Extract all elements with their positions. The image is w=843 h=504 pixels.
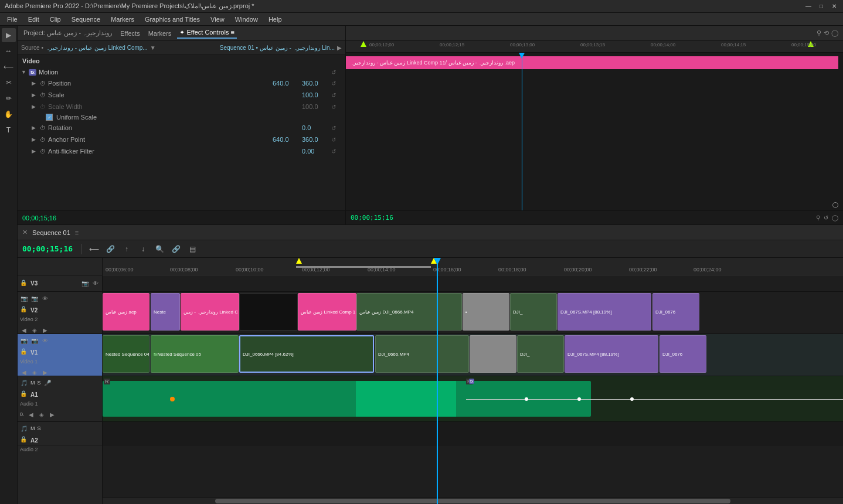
ec-timecode-value[interactable]: 00;00;15;16 <box>22 214 56 222</box>
v2-eye-icon[interactable]: 👁 <box>41 294 49 302</box>
v3-track-row[interactable] <box>103 275 843 292</box>
v2-camera2-icon[interactable]: 📷 <box>30 294 39 302</box>
v2-clip-dji5[interactable]: DJI_0676 <box>652 293 699 331</box>
v1-track-row[interactable]: Nested Sequence 04 fx Nested Sequence 05… <box>103 334 843 376</box>
v1-camera2-icon[interactable]: 📷 <box>30 336 39 345</box>
menu-view[interactable]: View <box>206 15 229 24</box>
timeline-scrollbar[interactable] <box>103 497 843 504</box>
tab-effect-controls[interactable]: ✦ Effect Controls ≡ <box>177 28 237 39</box>
a1-next-btn[interactable]: ▶ <box>48 410 56 418</box>
a1-track-row[interactable]: R R fx <box>103 376 843 422</box>
a2-wave-icon[interactable]: 🎵 <box>20 424 28 433</box>
v1-clip-dji-selected[interactable]: DJI_0666.MP4 [84.62%] <box>239 335 374 373</box>
menu-file[interactable]: File <box>2 15 22 24</box>
menu-graphics-titles[interactable]: Graphics and Titles <box>140 15 205 24</box>
v3-lock-btn[interactable]: 🔒 <box>20 280 28 288</box>
a1-add-btn[interactable]: ◈ <box>38 410 46 418</box>
timeline-scroll-thumb[interactable] <box>215 499 730 503</box>
menu-help[interactable]: Help <box>264 15 287 24</box>
v2-track-row[interactable]: زمین عباس.aep Neste روندارجیرہ - زمین Li… <box>103 292 843 334</box>
v1-clip-gray[interactable] <box>470 335 516 373</box>
v3-camera-icon[interactable]: 📷 <box>81 280 89 288</box>
a1-lock-btn[interactable]: 🔒 <box>20 390 28 399</box>
tab-effects[interactable]: Effects <box>118 29 142 38</box>
v2-clip-pink-linked[interactable]: روندارجیرہ - زمین Linked C <box>181 293 239 331</box>
anchor-point-chevron[interactable]: ▶ <box>32 137 40 142</box>
rotation-chevron[interactable]: ▶ <box>32 125 40 131</box>
ripple-edit-btn[interactable]: ⟵ <box>87 243 100 256</box>
sequence-close-btn[interactable]: ✕ <box>22 229 28 236</box>
maximize-button[interactable]: □ <box>817 2 825 11</box>
v1-clip-dji-3[interactable]: DJI_ <box>517 335 564 373</box>
v2-camera-icon[interactable]: 📷 <box>20 294 28 302</box>
a1-wave-icon[interactable]: 🎵 <box>20 379 28 387</box>
scale-value[interactable]: 100.0 <box>302 91 331 98</box>
scale-width-reset[interactable]: ↺ <box>331 104 341 110</box>
v2-clip-dji2[interactable]: ▪ <box>463 293 509 331</box>
v1-clip-dji-5[interactable]: DJI_0676 <box>660 335 706 373</box>
hand-tool[interactable]: ✋ <box>2 107 16 121</box>
menu-markers[interactable]: Markers <box>106 15 139 24</box>
scale-chevron[interactable]: ▶ <box>32 92 40 98</box>
v2-clip-dji3[interactable]: DJI_ <box>510 293 557 331</box>
motion-group-header[interactable]: ▼ fx Motion ↺ <box>18 67 345 77</box>
v1-add-btn[interactable]: ◈ <box>30 368 39 376</box>
anti-flicker-value[interactable]: 0.00 <box>302 148 331 155</box>
anti-flicker-reset[interactable]: ↺ <box>331 148 341 155</box>
razor-tool[interactable]: ✂ <box>2 76 16 90</box>
close-button[interactable]: ✕ <box>830 2 838 11</box>
lift-btn[interactable]: ↑ <box>120 243 133 256</box>
v2-next-btn[interactable]: ▶ <box>41 326 49 334</box>
ec-filter-icon[interactable]: ⚲ <box>816 214 820 221</box>
linked-btn[interactable]: 🔗 <box>169 243 182 256</box>
v1-clip-dji-4[interactable]: DJI_067S.MP4 [88.19%] <box>565 335 658 373</box>
scale-width-chevron[interactable]: ▶ <box>32 104 40 110</box>
v2-clip-black[interactable] <box>239 293 298 331</box>
snap-btn[interactable]: 🔍 <box>153 243 166 256</box>
minimize-button[interactable]: — <box>804 2 813 11</box>
tab-project[interactable]: Project: روندارجیرہ - زمین عباس <box>21 28 114 38</box>
v1-camera-icon[interactable]: 📷 <box>20 336 28 345</box>
source-dropdown-arrow[interactable]: ▼ <box>150 45 156 51</box>
timeline-tracks-area[interactable]: 00;00;06;00 00;00;08;00 00;00;10;00 00;0… <box>103 258 843 504</box>
v2-clip-dji1[interactable]: زمین عباس DJI_0666.MP4 <box>356 293 462 331</box>
v2-add-btn[interactable]: ◈ <box>30 326 39 334</box>
tab-markers[interactable]: Markers <box>146 29 174 38</box>
subtitles-btn[interactable]: ▤ <box>186 243 199 256</box>
v2-clip-pink-3[interactable]: زمین عباس Linked Comp 11 <box>298 293 356 331</box>
motion-reset[interactable]: ↺ <box>331 69 341 76</box>
anti-flicker-chevron[interactable]: ▶ <box>32 148 40 154</box>
ec-link-icon2[interactable]: ↺ <box>824 214 828 221</box>
v1-next-btn[interactable]: ▶ <box>41 368 49 376</box>
type-tool[interactable]: T <box>2 123 16 137</box>
link-icon[interactable]: ⟲ <box>824 29 829 37</box>
scale-reset[interactable]: ↺ <box>331 92 341 98</box>
position-y-value[interactable]: 360.0 <box>302 80 331 87</box>
anchor-x-value[interactable]: 640.0 <box>273 136 302 143</box>
add-edit-btn[interactable]: 🔗 <box>104 243 117 256</box>
a2-lock-btn[interactable]: 🔒 <box>20 436 28 444</box>
a1-mic-icon[interactable]: 🎤 <box>43 379 52 387</box>
rotation-reset[interactable]: ↺ <box>331 125 341 131</box>
position-chevron[interactable]: ▶ <box>32 80 40 86</box>
v1-clip-nested-04[interactable]: Nested Sequence 04 <box>103 335 149 373</box>
v3-eye-icon[interactable]: 👁 <box>91 280 100 288</box>
sequence-menu-icon[interactable]: ≡ <box>75 229 79 236</box>
position-x-value[interactable]: 640.0 <box>273 80 302 87</box>
v1-eye-icon[interactable]: 👁 <box>41 336 49 345</box>
selection-tool[interactable]: ▶ <box>2 28 16 42</box>
uniform-scale-checkbox[interactable]: ✓ <box>46 114 53 121</box>
anchor-reset[interactable]: ↺ <box>331 137 341 143</box>
menu-sequence[interactable]: Sequence <box>67 15 106 24</box>
position-reset[interactable]: ↺ <box>331 80 341 87</box>
anchor-y-value[interactable]: 360.0 <box>302 136 331 143</box>
menu-window[interactable]: Window <box>230 15 263 24</box>
v2-prev-btn[interactable]: ◀ <box>20 326 28 334</box>
sequence-timecode[interactable]: 00;00;15;16 <box>22 244 75 253</box>
v1-prev-btn[interactable]: ◀ <box>20 368 28 376</box>
ec-clip-area[interactable]: زمین عباس - روندارجیرہ Linked Comp 11/ ر… <box>346 53 843 210</box>
source-value[interactable]: زمین عباس - روندارجیرہ Linked Comp... <box>46 45 148 51</box>
extract-btn[interactable]: ↓ <box>137 243 149 256</box>
v2-clip-dji4[interactable]: DJI_067S.MP4 [88.19%] <box>558 293 651 331</box>
v1-lock-btn[interactable]: 🔒 <box>20 348 28 356</box>
